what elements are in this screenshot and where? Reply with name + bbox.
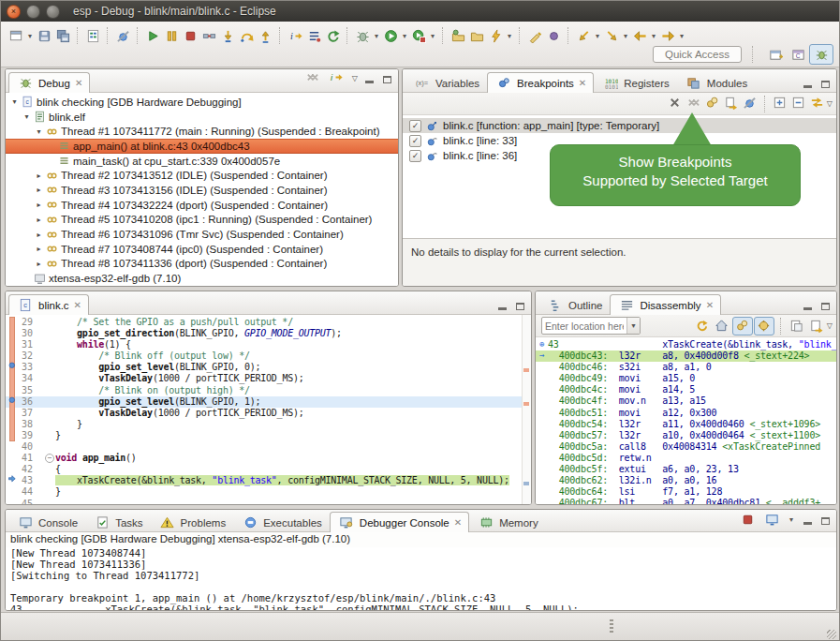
debug-tree-row[interactable]: ▸Thread #6 1073431096 (Tmr Svc) (Suspend…	[6, 227, 398, 242]
maximize-button[interactable]	[46, 5, 60, 19]
sync-active-context-button[interactable]	[732, 317, 753, 335]
home-button[interactable]	[713, 318, 731, 335]
nav-forward-button[interactable]	[658, 27, 677, 44]
tab-outline[interactable]: Outline	[538, 294, 610, 315]
skip-all-breakpoints-button[interactable]	[113, 27, 132, 44]
open-new-view-button[interactable]	[788, 318, 806, 335]
fold-ruler-cell[interactable]: −	[45, 453, 55, 464]
dropdown-arrow-icon[interactable]: ▾	[428, 32, 437, 40]
titlebar[interactable]: × esp - Debug - blink/main/blink.c - Ecl…	[1, 1, 839, 22]
debug-tree-row[interactable]: ▸Thread #3 1073413156 (IDLE) (Suspended …	[6, 183, 398, 198]
close-button[interactable]: ×	[7, 5, 21, 19]
maximize-view-button[interactable]	[381, 73, 393, 83]
debug-tree-row[interactable]: ▾cblink checking [GDB Hardware Debugging…	[6, 95, 398, 110]
step-into-button[interactable]	[218, 27, 237, 44]
dropdown-arrow-icon[interactable]: ▾	[593, 32, 602, 40]
close-tab-icon[interactable]: ✕	[74, 300, 81, 310]
minimize-view-button[interactable]	[802, 78, 814, 88]
minimize-view-button[interactable]	[363, 73, 376, 83]
code-line[interactable]: 39}	[6, 430, 531, 441]
save-all-button[interactable]	[53, 27, 72, 44]
debug-tree-row[interactable]: ▸Thread #8 1073411336 (dport) (Suspended…	[6, 257, 398, 272]
step-return-button[interactable]	[256, 27, 274, 44]
close-tab-icon[interactable]: ✕	[706, 300, 714, 310]
goto-last-edit-button[interactable]	[602, 27, 621, 44]
maximize-view-button[interactable]	[819, 514, 832, 525]
code-line[interactable]: 41−void app_main()	[6, 453, 531, 464]
skip-all-breakpoints-view-button[interactable]	[741, 94, 759, 113]
new-wizard-button[interactable]	[7, 27, 25, 44]
restart-button[interactable]	[323, 27, 342, 44]
external-tools-button[interactable]	[409, 27, 428, 44]
debug-tree-row[interactable]: ▸Thread #5 1073410208 (ipc1 : Running) (…	[6, 213, 398, 228]
maximize-view-button[interactable]	[514, 300, 526, 310]
code-line[interactable]: 33 gpio_set_level(BLINK_GPIO, 0);	[6, 362, 531, 373]
code-line[interactable]: 42{	[6, 464, 531, 475]
tab-debug[interactable]: Debug✕	[8, 72, 90, 93]
mark-occurrences-button[interactable]	[525, 27, 544, 44]
link-with-debug-view-button[interactable]	[808, 94, 827, 113]
goto-file-for-breakpoint-button[interactable]	[722, 94, 741, 113]
debug-tree-row[interactable]: ▾blink.elf	[6, 110, 398, 125]
debug-config-button[interactable]	[353, 27, 372, 44]
sash-grip[interactable]	[610, 619, 613, 634]
close-tab-icon[interactable]: ✕	[579, 78, 586, 88]
code-line[interactable]: 31 while(1) {	[6, 339, 531, 350]
minimize-view-button[interactable]	[802, 514, 814, 525]
minimize-view-button[interactable]	[496, 300, 508, 310]
flash-target-button[interactable]	[486, 27, 505, 44]
code-line[interactable]: 32 /* Blink off (output low) */	[6, 350, 531, 362]
code-line[interactable]: 30 gpio_set_direction(BLINK_GPIO, GPIO_M…	[6, 328, 531, 339]
suspend-button[interactable]	[162, 27, 181, 44]
remove-all-breakpoints-button[interactable]	[685, 94, 703, 113]
debug-tree-row[interactable]: ▸Thread #7 1073408744 (ipc0) (Suspended …	[6, 242, 398, 257]
expand-all-button[interactable]	[771, 94, 789, 113]
disassembly-row[interactable]: 400dbc5f: extui a6, a0, 23, 13	[536, 464, 836, 475]
dropdown-arrow-icon[interactable]: ▾	[372, 32, 381, 40]
collapse-all-button[interactable]	[789, 94, 808, 113]
instruction-stepping-button[interactable]: i	[286, 27, 304, 44]
view-management-button[interactable]: i	[328, 69, 346, 89]
location-combo[interactable]: ▼	[541, 317, 641, 335]
debug-tree-row[interactable]: ▸Thread #2 1073413512 (IDLE) (Suspended …	[6, 168, 398, 183]
code-line[interactable]: 44}	[6, 486, 531, 498]
disassembly-row[interactable]: 400dbc49: movi a15, 0	[536, 373, 836, 384]
resume-button[interactable]	[143, 27, 162, 44]
resize-grip[interactable]	[827, 630, 836, 639]
last-edit-location-button[interactable]	[574, 27, 593, 44]
remove-breakpoint-button[interactable]	[666, 94, 685, 113]
disassembly-row[interactable]: 400dbc64: lsi f7, a1, 128	[536, 486, 836, 498]
quick-access-box[interactable]: Quick Access	[653, 46, 742, 63]
binary-object-button[interactable]	[83, 27, 102, 44]
terminate-console-button[interactable]	[738, 511, 757, 528]
breakpoint-marker[interactable]	[6, 362, 22, 373]
disassembly-row[interactable]: 400dbc54: l32r a11, 0x400d0460 <_stext+1…	[536, 419, 836, 430]
fold-collapse-icon[interactable]: −	[45, 454, 54, 463]
show-source-button[interactable]	[304, 27, 323, 44]
track-expression-button[interactable]	[754, 317, 774, 335]
tab-debugger-console[interactable]: Debugger Console✕	[330, 512, 469, 532]
open-elf-button[interactable]	[449, 27, 467, 44]
view-menu-icon[interactable]: ▽	[827, 321, 833, 330]
export-disassembly-button[interactable]	[807, 318, 826, 335]
tab-disassembly[interactable]: Disassembly✕	[610, 294, 721, 315]
breakpoint-checkbox[interactable]: ✓	[409, 120, 421, 132]
location-input[interactable]	[542, 320, 626, 332]
disassembly-row[interactable]: 400dbc4c: movi a14, 5	[536, 384, 836, 395]
instruction-pointer-marker[interactable]	[6, 475, 22, 486]
debug-tree-row[interactable]: xtensa-esp32-elf-gdb (7.10)	[6, 271, 398, 286]
view-menu-icon[interactable]: ▽	[827, 99, 833, 108]
tab-breakpoints[interactable]: Breakpoints✕	[487, 72, 594, 93]
code-line[interactable]: 45	[6, 499, 531, 505]
dropdown-arrow-icon[interactable]: ▾	[621, 32, 630, 40]
tab-blink-c[interactable]: cblink.c✕	[8, 294, 89, 315]
run-button[interactable]	[381, 27, 400, 44]
maximize-view-button[interactable]	[819, 300, 832, 310]
code-line[interactable]: 34 vTaskDelay(1000 / portTICK_PERIOD_MS)…	[6, 373, 531, 384]
debug-tree-row[interactable]: ▸Thread #4 1073432224 (dport) (Suspended…	[6, 198, 398, 213]
tab-console[interactable]: Console	[8, 512, 85, 532]
disassembly-row[interactable]: 400dbc46: s32i a8, a1, 0	[536, 362, 836, 373]
minimize-view-button[interactable]	[802, 300, 814, 310]
display-selected-console-button[interactable]	[762, 511, 781, 528]
breakpoint-checkbox[interactable]: ✓	[409, 135, 421, 147]
